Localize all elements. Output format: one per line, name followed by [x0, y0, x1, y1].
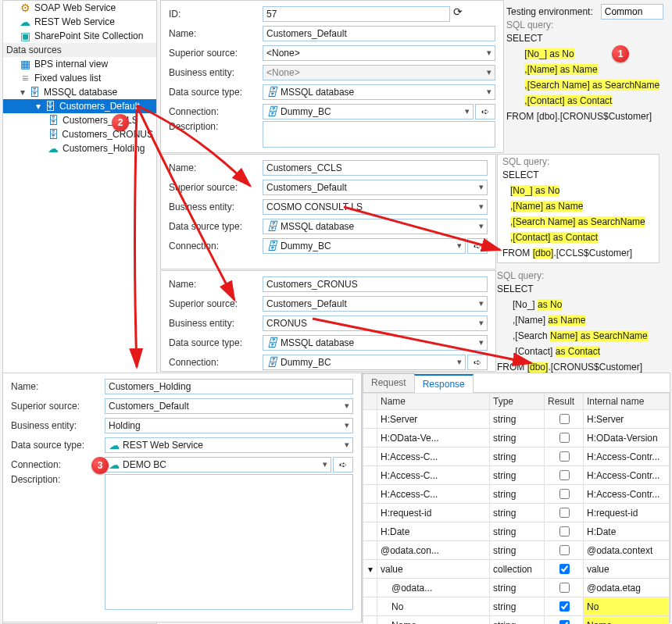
tree-item-soap[interactable]: ⚙SOAP Web Service [3, 1, 156, 15]
col-internal[interactable]: Internal name [584, 394, 670, 410]
table-row[interactable]: @odata...string@odata.etag [363, 579, 670, 597]
conn-combo[interactable]: 🗄Dummy_BC▾ [263, 238, 466, 254]
superior-combo[interactable]: Customers_Default▾ [263, 296, 488, 312]
type-combo[interactable]: 🗄MSSQL database▾ [263, 335, 488, 351]
tree-item-mssql[interactable]: ▾🗄MSSQL database [3, 85, 156, 99]
col-type[interactable]: Type [490, 394, 545, 410]
entity-combo[interactable]: COSMO CONSULT LS▾ [263, 199, 488, 215]
table-row[interactable]: H:DatestringH:Date [363, 522, 670, 541]
tree-item-customers-holding[interactable]: ☁Customers_Holding [3, 141, 156, 155]
tree-item-customers-ccls[interactable]: 🗄Customers_CCLS [3, 113, 156, 127]
cell-result[interactable] [545, 522, 584, 541]
description-field[interactable] [263, 121, 495, 148]
table-row[interactable]: NostringNo [363, 597, 670, 616]
cell-type: string [490, 410, 545, 429]
name-field[interactable] [263, 26, 495, 41]
cell-result[interactable] [545, 579, 584, 597]
cell-result[interactable] [545, 410, 584, 429]
type-combo[interactable]: 🗄MSSQL database▾ [263, 84, 495, 100]
cell-result[interactable] [545, 597, 584, 616]
tree-item-customers-default[interactable]: ▾🗄Customers_Default [3, 99, 156, 113]
cell-type: string [490, 522, 545, 541]
cell-result[interactable] [545, 541, 584, 560]
testing-env-row: Testing environment: [506, 4, 663, 20]
cell-internal: H:request-id [584, 504, 670, 522]
table-row[interactable]: @odata.con...string@odata.context [363, 541, 670, 560]
testenv-field[interactable] [601, 4, 663, 20]
combo-value: <None> [266, 67, 300, 78]
label-name: Name: [169, 28, 263, 39]
tree-label: REST Web Service [34, 16, 115, 27]
combo-value: MSSQL database [281, 221, 354, 232]
col-result[interactable]: Result [545, 394, 584, 410]
cell-name: @odata... [377, 579, 490, 597]
description-field[interactable] [105, 474, 353, 610]
cell-name: @odata.con... [377, 541, 490, 560]
expand-icon[interactable]: ▾ [368, 564, 373, 575]
table-row[interactable]: H:OData-Ve...stringH:OData-Version [363, 429, 670, 447]
navigate-button[interactable]: ➪ [333, 457, 353, 472]
cell-internal: H:Server [584, 410, 670, 429]
table-row[interactable]: ▾valuecollectionvalue [363, 560, 670, 579]
name-field[interactable] [263, 160, 488, 176]
chevron-down-icon[interactable]: ▾ [19, 87, 27, 98]
name-field[interactable] [105, 379, 353, 394]
label-type: Data source type: [11, 440, 105, 451]
chevron-down-icon: ▾ [479, 182, 484, 192]
tree-item-fixed[interactable]: ≡Fixed values list [3, 71, 156, 85]
navigate-button[interactable]: ➪ [475, 104, 495, 119]
rest-icon: ☁ [109, 459, 120, 470]
table-row[interactable]: H:Access-C...stringH:Access-Contr... [363, 485, 670, 504]
cell-internal: H:Access-Contr... [584, 485, 670, 504]
db-icon: 🗄 [44, 101, 56, 112]
type-combo[interactable]: 🗄MSSQL database▾ [263, 219, 488, 234]
cell-result[interactable] [545, 616, 584, 625]
refresh-icon[interactable]: ⟳ [453, 6, 463, 22]
cell-result[interactable] [545, 466, 584, 485]
superior-combo[interactable]: Customers_Default▾ [263, 180, 488, 195]
cell-type: string [490, 616, 545, 625]
label-conn: Connection: [169, 106, 263, 117]
db-icon: 🗄 [266, 87, 277, 98]
table-row[interactable]: H:ServerstringH:Server [363, 410, 670, 429]
cell-result[interactable] [545, 560, 584, 579]
chevron-down-icon[interactable]: ▾ [34, 101, 42, 112]
entity-combo[interactable]: CRONUS▾ [263, 316, 488, 331]
table-row[interactable]: NamestringName [363, 616, 670, 625]
col-name[interactable]: Name [377, 394, 490, 410]
sharepoint-icon: ▣ [19, 30, 31, 41]
name-field[interactable] [263, 276, 488, 292]
conn-combo[interactable]: 🗄Dummy_BC▾ [263, 104, 474, 119]
conn-combo[interactable]: ☁DEMO BC▾ [105, 457, 331, 472]
entity-combo[interactable]: Holding▾ [105, 418, 353, 433]
cell-result[interactable] [545, 504, 584, 522]
tab-response[interactable]: Response [414, 374, 474, 393]
cell-result[interactable] [545, 429, 584, 447]
annotation-badge-2: 2 [112, 114, 129, 131]
tab-request[interactable]: Request [363, 373, 415, 392]
tree-item-bps[interactable]: ▦BPS internal view [3, 57, 156, 71]
superior-combo[interactable]: Customers_Default▾ [105, 398, 353, 414]
tree-item-sharepoint[interactable]: ▣SharePoint Site Collection [3, 29, 156, 43]
label-superior: Superior source: [11, 401, 105, 412]
chevron-down-icon: ▾ [345, 420, 349, 430]
tree-item-rest[interactable]: ☁REST Web Service [3, 15, 156, 29]
section-label: Data sources [6, 45, 62, 55]
conn-combo[interactable]: 🗄Dummy_BC▾ [263, 355, 466, 370]
navigate-button[interactable]: ➪ [467, 238, 488, 254]
superior-combo[interactable]: <None>▾ [263, 45, 495, 61]
chevron-down-icon: ▾ [479, 337, 484, 348]
label-id: ID: [169, 9, 263, 20]
tree-item-customers-cronus[interactable]: 🗄Customers_CRONUS [3, 127, 156, 141]
table-row[interactable]: H:Access-C...stringH:Access-Contr... [363, 447, 670, 466]
id-field[interactable] [263, 6, 450, 22]
navigate-button[interactable]: ➪ [467, 355, 488, 370]
cell-result[interactable] [545, 485, 584, 504]
rest-icon: ☁ [109, 440, 120, 451]
cell-result[interactable] [545, 447, 584, 466]
type-combo[interactable]: ☁REST Web Service▾ [105, 437, 353, 453]
combo-value: Customers_Default [266, 298, 347, 309]
table-row[interactable]: H:Access-C...stringH:Access-Contr... [363, 466, 670, 485]
table-row[interactable]: H:request-idstringH:request-id [363, 504, 670, 522]
label-name: Name: [169, 279, 263, 290]
